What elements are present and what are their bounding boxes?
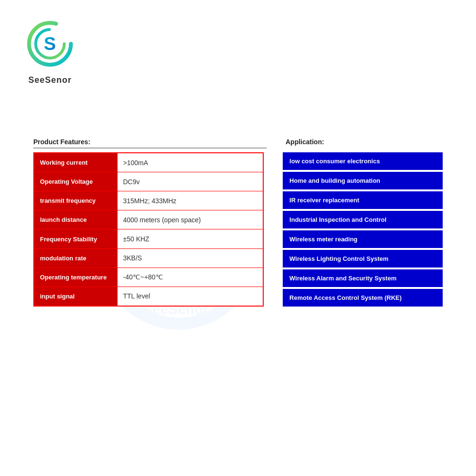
feature-label: transmit frequency (34, 191, 117, 210)
feature-value: 315MHz; 433MHz (117, 191, 263, 210)
feature-label: Operating temperature (34, 268, 117, 287)
applications-table: low cost consumer electronicsHome and bu… (283, 152, 443, 307)
application-label: Home and building automation (283, 171, 443, 190)
feature-label: Working current (34, 153, 117, 172)
logo-icon: S (24, 19, 76, 71)
application-label: Industrial Inspection and Control (283, 210, 443, 229)
list-item: Wireless Alarm and Security System (283, 268, 443, 288)
application-label: Wireless meter reading (283, 229, 443, 249)
table-row: input signal TTL level (34, 287, 263, 306)
feature-label: modulation rate (34, 248, 117, 268)
list-item: Industrial Inspection and Control (283, 210, 443, 229)
tables-row: Working current >100mA Operating Voltage… (33, 152, 443, 307)
logo-area: S SeeSenor (24, 19, 76, 85)
table-row: transmit frequency 315MHz; 433MHz (34, 191, 263, 210)
application-label: low cost consumer electronics (283, 152, 443, 171)
feature-value: DC9v (117, 172, 263, 191)
list-item: IR receiver replacement (283, 190, 443, 210)
feature-value: -40℃~+80℃ (117, 268, 263, 287)
features-table: Working current >100mA Operating Voltage… (33, 152, 264, 307)
feature-label: launch distance (34, 210, 117, 229)
feature-label: Operating Voltage (34, 172, 117, 191)
application-label: IR receiver replacement (283, 190, 443, 210)
section-headers: Product Features: Application: (33, 138, 443, 149)
svg-text:S: S (44, 34, 56, 54)
list-item: Remote Access Control System (RKE) (283, 288, 443, 307)
table-row: Operating temperature -40℃~+80℃ (34, 268, 263, 287)
application-label: Wireless Lighting Control System (283, 249, 443, 268)
list-item: Wireless meter reading (283, 229, 443, 249)
feature-label: input signal (34, 287, 117, 306)
table-row: Frequency Stability ±50 KHZ (34, 229, 263, 248)
application-label: Wireless Alarm and Security System (283, 268, 443, 288)
features-header: Product Features: (33, 138, 267, 149)
list-item: low cost consumer electronics (283, 152, 443, 171)
list-item: Wireless Lighting Control System (283, 249, 443, 268)
application-label: Remote Access Control System (RKE) (283, 288, 443, 307)
feature-value: >100mA (117, 153, 263, 172)
table-row: launch distance 4000 meters (open space) (34, 210, 263, 229)
table-row: Working current >100mA (34, 153, 263, 172)
feature-value: 4000 meters (open space) (117, 210, 263, 229)
feature-label: Frequency Stability (34, 229, 117, 248)
list-item: Home and building automation (283, 171, 443, 190)
brand-name: SeeSenor (24, 75, 76, 85)
table-row: Operating Voltage DC9v (34, 172, 263, 191)
feature-value: 3KB/S (117, 248, 263, 268)
main-content: Product Features: Application: Working c… (33, 138, 443, 307)
feature-value: ±50 KHZ (117, 229, 263, 248)
table-row: modulation rate 3KB/S (34, 248, 263, 268)
feature-value: TTL level (117, 287, 263, 306)
applications-header: Application: (286, 138, 324, 149)
